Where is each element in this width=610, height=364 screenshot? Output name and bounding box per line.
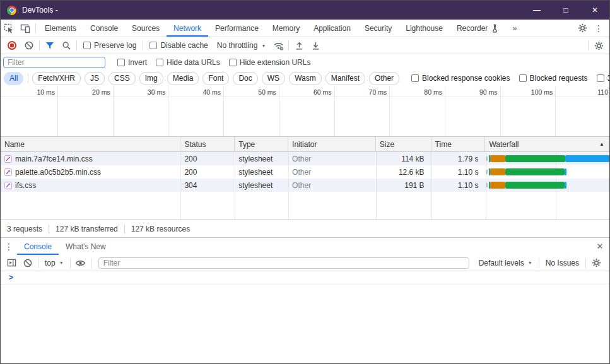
waterfall-bar-orange [490, 155, 505, 162]
filter-pill-other[interactable]: Other [369, 72, 399, 85]
tab-label: Performance [215, 24, 259, 33]
tab-memory[interactable]: Memory [266, 20, 307, 37]
waterfall-bar-green [505, 182, 565, 189]
filter-pill-media[interactable]: Media [167, 72, 199, 85]
issues-counter[interactable]: No Issues [541, 259, 584, 267]
timeline-tick-label: 60 ms [294, 88, 332, 96]
cell-name: ifs.css [1, 181, 180, 190]
inspect-element-icon[interactable] [1, 20, 17, 37]
filter-pill-manifest[interactable]: Manifest [326, 72, 365, 85]
tab-elements[interactable]: Elements [38, 20, 83, 37]
network-settings-gear-icon[interactable] [590, 38, 607, 53]
checkbox-box[interactable] [117, 59, 125, 66]
tab-recorder[interactable]: Recorder [450, 20, 506, 37]
export-har-icon[interactable] [307, 38, 324, 53]
column-header-status[interactable]: Status [180, 137, 235, 151]
chevron-down-icon: ▼ [261, 44, 266, 48]
checkbox-invert[interactable]: Invert [117, 58, 147, 67]
search-icon[interactable] [58, 38, 74, 53]
drawer-tab-console[interactable]: Console [17, 238, 59, 255]
checkbox-box[interactable] [411, 74, 419, 82]
column-header-size[interactable]: Size [376, 137, 431, 151]
column-header-time[interactable]: Time [431, 137, 486, 151]
kebab-menu-icon[interactable]: ⋮ [590, 21, 607, 36]
cell-type: stylesheet [235, 168, 288, 177]
timeline-tick-label: 90 ms [460, 88, 498, 96]
request-row[interactable]: palette.a0c5b2b5.min.css200stylesheetOth… [1, 165, 609, 179]
waterfall-bar-gray [486, 170, 488, 174]
checkbox-box[interactable] [519, 74, 527, 82]
execution-context-dropdown[interactable]: top ▼ [40, 259, 68, 267]
console-prompt-row[interactable]: > [1, 271, 609, 285]
log-levels-dropdown[interactable]: Default levels ▼ [474, 259, 537, 267]
more-tabs-button[interactable]: » [506, 20, 523, 37]
checkbox-box[interactable] [229, 59, 237, 66]
column-header-name[interactable]: Name [1, 137, 180, 151]
maximize-button[interactable]: □ [551, 1, 580, 20]
throttling-dropdown[interactable]: No throttling ▼ [213, 41, 271, 50]
request-row[interactable]: ifs.css304stylesheetOther191 B1.10 s [1, 179, 609, 192]
network-toolbar: Preserve log Disable cache No throttling… [1, 37, 609, 54]
network-filter-input[interactable] [3, 57, 105, 68]
tab-performance[interactable]: Performance [208, 20, 266, 37]
request-row[interactable]: main.7a7fce14.min.css200stylesheetOther1… [1, 152, 609, 165]
filter-pill-doc[interactable]: Doc [233, 72, 257, 85]
filter-pill-js[interactable]: JS [85, 72, 105, 85]
drawer-close-icon[interactable]: ✕ [590, 238, 609, 255]
live-expression-eye-icon[interactable] [73, 255, 89, 271]
checkbox-box[interactable] [597, 74, 604, 82]
tab-application[interactable]: Application [307, 20, 358, 37]
checkbox-box[interactable] [156, 59, 163, 66]
filter-pill-fetch-xhr[interactable]: Fetch/XHR [32, 72, 81, 85]
column-header-waterfall[interactable]: Waterfall▲ [485, 137, 609, 151]
clear-network-log-icon[interactable] [21, 38, 37, 53]
checkbox-hide-data-urls[interactable]: Hide data URLs [156, 58, 220, 67]
filter-pill-font[interactable]: Font [202, 72, 229, 85]
tab-network[interactable]: Network [167, 20, 208, 37]
filter-pill-wasm[interactable]: Wasm [289, 72, 322, 85]
network-conditions-icon[interactable] [270, 38, 286, 53]
checkbox-3rd-party-requests[interactable]: 3rd-party requests [597, 74, 610, 83]
drawer-kebab-menu-icon[interactable]: ⋮ [1, 238, 17, 255]
timeline-gridline [279, 86, 279, 136]
tab-security[interactable]: Security [358, 20, 399, 37]
console-sidebar-toggle-icon[interactable] [3, 255, 20, 271]
minimize-button[interactable]: — [522, 1, 551, 20]
filter-pill-img[interactable]: Img [139, 72, 163, 85]
settings-gear-icon[interactable] [574, 21, 590, 36]
tab-console[interactable]: Console [83, 20, 125, 37]
timeline-tick-label: 70 ms [349, 88, 387, 96]
preserve-log-checkbox[interactable]: Preserve log [83, 41, 136, 50]
column-header-initiator[interactable]: Initiator [288, 137, 376, 151]
checkbox-blocked-response-cookies[interactable]: Blocked response cookies [411, 74, 510, 83]
column-header-type[interactable]: Type [235, 137, 288, 151]
import-har-icon[interactable] [291, 38, 307, 53]
tab-sources[interactable]: Sources [125, 20, 167, 37]
divider [28, 74, 28, 83]
record-network-log-button[interactable] [8, 41, 16, 50]
close-button[interactable]: ✕ [580, 1, 609, 20]
checkbox-hide-extension-urls[interactable]: Hide extension URLs [229, 58, 311, 67]
filter-pill-all[interactable]: All [4, 72, 23, 85]
drawer-tab-what-s-new[interactable]: What's New [59, 238, 113, 255]
device-toolbar-icon[interactable] [17, 20, 33, 37]
checkbox-blocked-requests[interactable]: Blocked requests [519, 74, 588, 83]
console-empty-area[interactable] [1, 285, 609, 363]
filter-pill-css[interactable]: CSS [109, 72, 136, 85]
waterfall-bar-green [505, 155, 565, 162]
console-settings-gear-icon[interactable] [588, 255, 604, 271]
disable-cache-checkbox[interactable]: Disable cache [150, 41, 208, 50]
cell-size: 114 kB [376, 155, 431, 163]
console-filter-input[interactable] [98, 257, 469, 269]
waterfall-bar-green [505, 168, 565, 175]
cell-status: 200 [180, 168, 235, 177]
divider [588, 40, 589, 50]
filter-pill-ws[interactable]: WS [262, 72, 285, 85]
clear-console-icon[interactable] [20, 255, 36, 271]
network-overview-timeline[interactable]: 10 ms20 ms30 ms40 ms50 ms60 ms70 ms80 ms… [1, 86, 609, 136]
sort-ascending-icon[interactable]: ▲ [599, 141, 604, 147]
checkbox-box[interactable] [83, 42, 91, 49]
tab-lighthouse[interactable]: Lighthouse [399, 20, 450, 37]
checkbox-box[interactable] [150, 42, 157, 49]
filter-funnel-icon[interactable] [42, 38, 58, 53]
